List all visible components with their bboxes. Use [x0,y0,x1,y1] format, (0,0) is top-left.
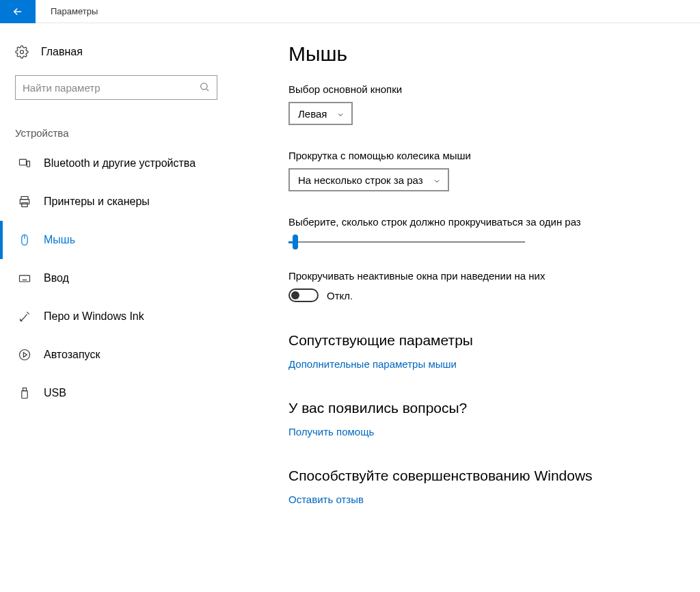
lines-slider[interactable] [288,234,525,250]
inactive-toggle[interactable] [288,288,319,302]
slider-track [288,241,525,243]
get-help-link[interactable]: Получить помощь [288,426,374,438]
sidebar-item-usb[interactable]: USB [0,374,232,412]
svg-line-2 [206,89,208,91]
usb-icon [18,386,31,400]
related-heading: Сопутствующие параметры [288,332,686,349]
primary-button-dropdown[interactable]: Левая [288,102,353,125]
scroll-dropdown[interactable]: На несколько строк за раз [288,168,449,191]
svg-rect-4 [27,161,29,167]
sidebar-item-label: Принтеры и сканеры [44,196,150,208]
svg-rect-17 [23,388,27,391]
feedback-heading: Способствуйте совершенствованию Windows [288,468,686,484]
slider-thumb[interactable] [293,234,298,250]
svg-marker-16 [23,353,27,358]
sidebar-home[interactable]: Главная [0,38,232,66]
toggle-knob [291,291,299,299]
printer-icon [18,195,31,208]
search-icon [199,81,210,94]
svg-rect-5 [21,197,28,200]
sidebar-item-label: Перо и Windows Ink [44,310,144,323]
sidebar-item-label: Ввод [44,272,69,284]
svg-rect-7 [22,203,27,207]
sidebar: Главная Устройства Bluetooth и другие ус… [0,23,232,592]
svg-rect-3 [20,159,27,165]
scroll-label: Прокрутка с помощью колесика мыши [288,150,686,161]
back-button[interactable] [0,0,36,23]
dropdown-value: На несколько строк за раз [298,174,423,186]
chevron-down-icon [336,109,345,118]
sidebar-item-autoplay[interactable]: Автозапуск [0,336,232,374]
svg-point-15 [20,350,30,360]
sidebar-section-label: Устройства [0,100,232,144]
inactive-label: Прокручивать неактивные окна при наведен… [288,270,686,282]
lines-label: Выберите, сколько строк должно прокручив… [288,216,686,228]
autoplay-icon [18,348,31,362]
sidebar-item-printers[interactable]: Принтеры и сканеры [0,183,232,221]
arrow-left-icon [12,5,24,18]
sidebar-home-label: Главная [41,46,83,58]
sidebar-item-bluetooth[interactable]: Bluetooth и другие устройства [0,144,232,183]
sidebar-item-label: Автозапуск [44,349,100,361]
search-input[interactable] [23,82,199,94]
svg-rect-18 [22,391,27,399]
help-heading: У вас появились вопросы? [288,400,686,416]
window-title: Параметры [36,6,98,16]
page-title: Мышь [288,42,686,66]
search-box[interactable] [15,75,217,100]
sidebar-item-label: Мышь [44,234,75,246]
svg-point-1 [201,83,207,89]
pen-icon [18,310,31,323]
toggle-state-label: Откл. [327,290,353,301]
svg-rect-10 [20,275,30,282]
mouse-icon [18,233,31,247]
sidebar-item-typing[interactable]: Ввод [0,259,232,297]
sidebar-item-label: USB [44,387,66,399]
gear-icon [15,45,29,59]
sidebar-item-pen[interactable]: Перо и Windows Ink [0,297,232,336]
dropdown-value: Левая [298,108,327,120]
titlebar: Параметры [0,0,700,23]
additional-mouse-link[interactable]: Дополнительные параметры мыши [288,358,457,370]
svg-point-0 [21,51,24,54]
sidebar-item-mouse[interactable]: Мышь [0,221,232,259]
feedback-link[interactable]: Оставить отзыв [288,494,364,505]
keyboard-icon [18,271,31,285]
sidebar-item-label: Bluetooth и другие устройства [44,157,196,170]
primary-button-label: Выбор основной кнопки [288,83,686,95]
chevron-down-icon [433,176,441,184]
devices-icon [18,157,31,170]
content-panel: Мышь Выбор основной кнопки Левая Прокрут… [232,23,700,592]
